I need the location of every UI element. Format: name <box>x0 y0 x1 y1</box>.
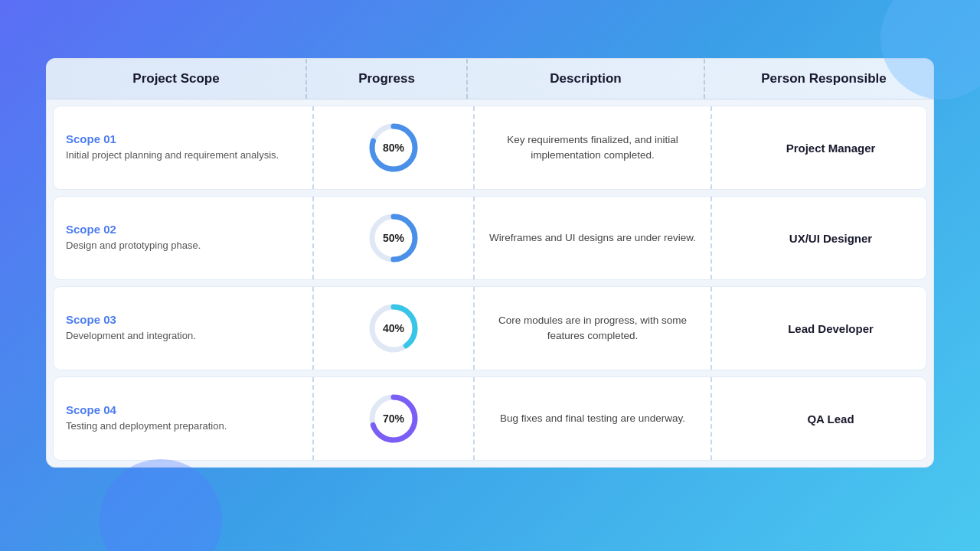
table-header: Project Scope Progress Description Perso… <box>47 59 933 99</box>
scope-title-3: Scope 03 <box>66 313 116 326</box>
progress-cell-1: 80% <box>314 106 475 189</box>
scope-cell-1: Scope 01 Initial project planning and re… <box>54 106 314 189</box>
description-cell-1: Key requirements finalized, and initial … <box>475 106 712 189</box>
progress-cell-3: 40% <box>314 287 475 370</box>
table-row: Scope 02 Design and prototyping phase. 5… <box>53 196 927 280</box>
scope-title-1: Scope 01 <box>66 132 116 145</box>
progression-table: Project Scope Progress Description Perso… <box>46 58 934 468</box>
progress-label-1: 80% <box>383 142 404 154</box>
circle-progress-3: 40% <box>366 301 421 356</box>
col-header-progress: Progress <box>307 59 468 99</box>
scope-cell-4: Scope 04 Testing and deployment preparat… <box>54 377 314 460</box>
col-header-scope: Project Scope <box>47 59 307 99</box>
table-row: Scope 04 Testing and deployment preparat… <box>53 377 927 461</box>
scope-desc-2: Design and prototyping phase. <box>66 239 201 253</box>
scope-desc-1: Initial project planning and requirement… <box>66 148 279 162</box>
description-cell-2: Wireframes and UI designs are under revi… <box>475 197 712 279</box>
progress-label-2: 50% <box>383 232 404 244</box>
progress-label-3: 40% <box>383 322 404 334</box>
progress-cell-4: 70% <box>314 377 475 460</box>
scope-desc-4: Testing and deployment preparation. <box>66 419 227 433</box>
page-header <box>0 0 980 44</box>
col-header-description: Description <box>468 59 705 99</box>
scope-cell-2: Scope 02 Design and prototyping phase. <box>54 197 314 279</box>
scope-desc-3: Development and integration. <box>66 329 196 343</box>
person-cell-2: UX/UI Designer <box>712 197 927 279</box>
scope-title-2: Scope 02 <box>66 223 116 236</box>
bg-decoration-bottom-left <box>100 459 222 551</box>
person-cell-1: Project Manager <box>712 106 927 189</box>
table-row: Scope 01 Initial project planning and re… <box>53 106 927 190</box>
person-cell-3: Lead Developer <box>712 287 927 370</box>
scope-cell-3: Scope 03 Development and integration. <box>54 287 314 370</box>
circle-progress-2: 50% <box>366 210 421 266</box>
progress-cell-2: 50% <box>314 197 475 279</box>
circle-progress-4: 70% <box>366 391 421 446</box>
progress-label-4: 70% <box>383 412 404 425</box>
description-cell-4: Bug fixes and final testing are underway… <box>475 377 712 460</box>
scope-title-4: Scope 04 <box>66 403 116 416</box>
circle-progress-1: 80% <box>366 120 421 175</box>
description-cell-3: Core modules are in progress, with some … <box>475 287 712 370</box>
table-body: Scope 01 Initial project planning and re… <box>47 106 933 461</box>
table-row: Scope 03 Development and integration. 40… <box>53 286 927 370</box>
person-cell-4: QA Lead <box>712 377 927 460</box>
